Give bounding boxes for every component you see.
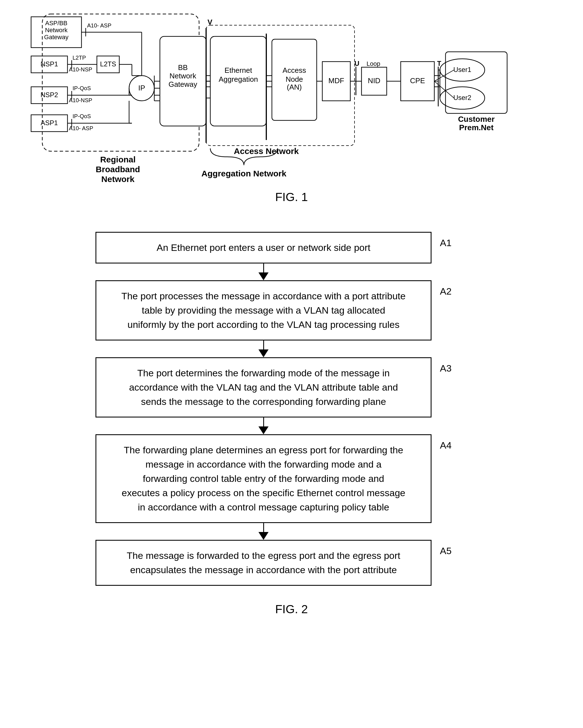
arrow-line-3 <box>258 417 269 434</box>
svg-text:Aggregation  Network: Aggregation Network <box>201 169 286 178</box>
svg-point-75 <box>440 59 485 81</box>
svg-text:NSP1: NSP1 <box>41 60 58 68</box>
svg-text:IP: IP <box>138 84 145 92</box>
svg-text:Aggregation: Aggregation <box>219 75 258 83</box>
svg-text:Access Network: Access Network <box>234 147 299 156</box>
svg-text:Node: Node <box>286 75 303 83</box>
svg-text:L2TP: L2TP <box>73 55 86 61</box>
svg-rect-48 <box>210 36 266 126</box>
svg-text:L2TS: L2TS <box>100 60 116 68</box>
flow-row-a5: The message is forwarded to the egress p… <box>96 540 487 586</box>
fig2-label: FIG. 2 <box>275 603 308 616</box>
flow-ref-a5: A5 <box>440 540 468 556</box>
svg-text:T: T <box>437 60 441 67</box>
svg-rect-95 <box>446 52 507 113</box>
fig1-section: ASP/BB Network Gateway NSP1 NSP2 ASP1 A1… <box>17 11 566 220</box>
flow-row-a3: The port determines the forwarding mode … <box>96 357 487 417</box>
svg-text:A10-NSP: A10-NSP <box>69 67 92 73</box>
flow-row-a2: The port processes the message in accord… <box>96 280 487 340</box>
flow-text-a1: An Ethernet port enters a user or networ… <box>156 242 371 253</box>
svg-rect-25 <box>97 56 119 73</box>
svg-rect-8 <box>31 115 68 132</box>
svg-text:ASP/BB: ASP/BB <box>45 20 67 27</box>
svg-text:U: U <box>355 60 359 67</box>
svg-text:MDF: MDF <box>328 76 344 85</box>
svg-rect-55 <box>272 39 317 121</box>
svg-text:ASP1: ASP1 <box>41 119 58 127</box>
flow-text-a4: The forwarding plane determines an egres… <box>122 445 405 512</box>
svg-rect-42 <box>160 36 206 126</box>
svg-rect-4 <box>31 56 68 73</box>
fig2-flowchart: An Ethernet port enters a user or networ… <box>96 232 487 586</box>
svg-text:Loop: Loop <box>366 60 380 67</box>
svg-rect-0 <box>31 17 81 48</box>
svg-rect-61 <box>322 61 350 101</box>
svg-text:IP-QoS: IP-QoS <box>73 85 91 91</box>
svg-text:NID: NID <box>368 76 381 85</box>
svg-text:User1: User1 <box>453 66 471 73</box>
flow-box-wrapper-a3: The port determines the forwarding mode … <box>96 357 432 417</box>
fig2-section: An Ethernet port enters a user or networ… <box>17 232 566 633</box>
svg-rect-41 <box>42 14 199 151</box>
fig1-label: FIG. 1 <box>275 190 308 204</box>
svg-text:Prem.Net: Prem.Net <box>459 123 494 132</box>
flow-box-a3: The port determines the forwarding mode … <box>96 357 432 417</box>
svg-text:Broadband: Broadband <box>96 165 140 174</box>
svg-text:Network: Network <box>101 175 135 184</box>
svg-text:V: V <box>207 18 212 26</box>
svg-text:(AN): (AN) <box>287 83 302 91</box>
svg-text:CPE: CPE <box>410 76 425 85</box>
svg-text:Customer: Customer <box>458 115 495 124</box>
svg-text:A10-NSP: A10-NSP <box>69 97 92 103</box>
svg-rect-64 <box>361 67 387 95</box>
svg-text:A10- ASP: A10- ASP <box>87 22 111 29</box>
flow-box-wrapper-a4: The forwarding plane determines an egres… <box>96 434 432 523</box>
svg-rect-70 <box>401 61 434 101</box>
arrow-line-1 <box>258 263 269 280</box>
arrow-line-4 <box>258 523 269 540</box>
flow-text-a3: The port determines the forwarding mode … <box>129 368 398 407</box>
flow-arrow-4 <box>96 523 432 540</box>
svg-line-93 <box>434 81 454 98</box>
svg-text:IP-QoS: IP-QoS <box>73 113 91 119</box>
flow-arrow-1 <box>96 263 432 280</box>
flow-text-a2: The port processes the message in accord… <box>122 291 406 330</box>
svg-text:User2: User2 <box>453 94 471 101</box>
svg-point-30 <box>129 76 154 101</box>
flow-row-a1: An Ethernet port enters a user or networ… <box>96 232 487 263</box>
fig1-diagram: ASP/BB Network Gateway NSP1 NSP2 ASP1 A1… <box>25 11 558 185</box>
svg-text:Ethernet: Ethernet <box>225 66 252 75</box>
svg-text:BB: BB <box>178 63 188 72</box>
svg-text:Network: Network <box>45 27 68 34</box>
flow-box-wrapper-a5: The message is forwarded to the egress p… <box>96 540 432 586</box>
flow-text-a5: The message is forwarded to the egress p… <box>127 550 400 575</box>
svg-text:Gateway: Gateway <box>169 80 197 88</box>
flow-ref-a2: A2 <box>440 280 468 297</box>
svg-text:Regional: Regional <box>100 155 136 164</box>
svg-text:NSP2: NSP2 <box>41 91 58 99</box>
flow-box-a4: The forwarding plane determines an egres… <box>96 434 432 523</box>
svg-text:Gateway: Gateway <box>44 34 69 41</box>
flow-arrow-3 <box>96 417 432 434</box>
svg-rect-47 <box>206 25 355 146</box>
svg-text:A10- ASP: A10- ASP <box>69 125 93 131</box>
flow-ref-a1: A1 <box>440 232 468 249</box>
flow-row-a4: The forwarding plane determines an egres… <box>96 434 487 523</box>
flow-box-wrapper-a1: An Ethernet port enters a user or networ… <box>96 232 432 263</box>
flow-box-a5: The message is forwarded to the egress p… <box>96 540 432 586</box>
flow-box-wrapper-a2: The port processes the message in accord… <box>96 280 432 340</box>
svg-text:Network: Network <box>170 72 196 80</box>
svg-text:Access: Access <box>282 66 306 75</box>
flow-arrow-2 <box>96 340 432 357</box>
arrow-line-2 <box>258 340 269 357</box>
svg-line-92 <box>434 70 454 81</box>
flow-box-a2: The port processes the message in accord… <box>96 280 432 340</box>
svg-point-77 <box>440 87 485 109</box>
flow-box-a1: An Ethernet port enters a user or networ… <box>96 232 432 263</box>
flow-ref-a3: A3 <box>440 357 468 374</box>
flow-ref-a4: A4 <box>440 434 468 451</box>
svg-rect-6 <box>31 87 68 104</box>
